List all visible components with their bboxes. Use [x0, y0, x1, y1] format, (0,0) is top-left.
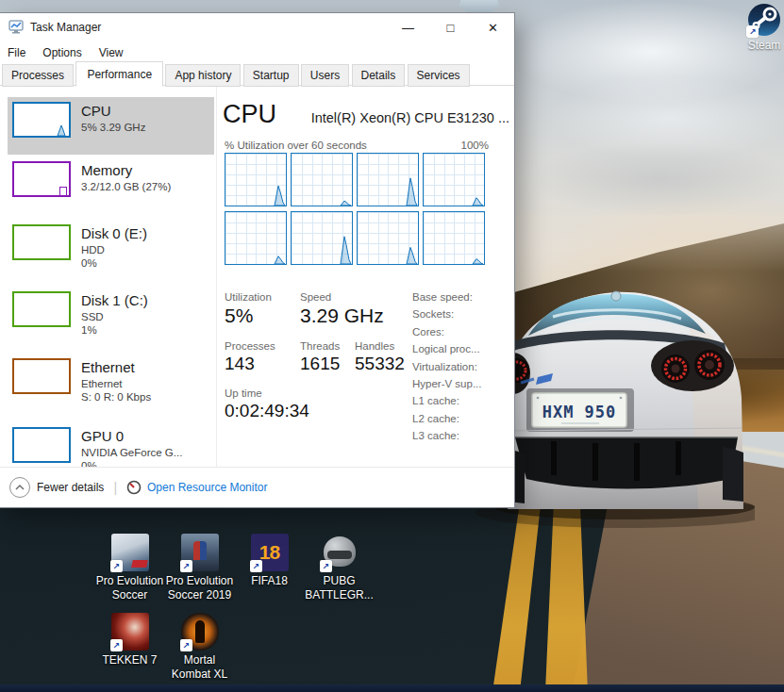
minimize-button[interactable]: —: [387, 13, 429, 41]
menu-options[interactable]: Options: [34, 44, 90, 61]
sidebar-item-disk0[interactable]: Disk 0 (E:) HDD 0%: [0, 220, 214, 285]
tab-services[interactable]: Services: [408, 64, 470, 87]
uptime-value: 0:02:49:34: [225, 401, 309, 421]
handles-label: Handles: [355, 340, 394, 352]
desktop-icon-fifa18[interactable]: 18 ↗ FIFA18: [234, 534, 305, 588]
desktop-icon-label: TEKKEN 7: [102, 653, 157, 667]
info-label: Virtualization:: [412, 361, 511, 378]
taskbar[interactable]: [0, 684, 784, 692]
tab-startup[interactable]: Startup: [243, 64, 299, 87]
sidebar-item-disk1[interactable]: Disk 1 (C:) SSD 1%: [0, 287, 214, 352]
desktop-icon-steam[interactable]: ↗ Steam: [737, 3, 784, 52]
core-graph[interactable]: [423, 211, 485, 265]
info-label: L2 cache:: [412, 413, 511, 430]
sidebar-item-name: GPU 0: [81, 427, 182, 446]
maximize-button[interactable]: □: [429, 13, 472, 41]
chevron-up-icon[interactable]: [9, 477, 30, 498]
tab-details[interactable]: Details: [352, 64, 406, 87]
core-graph[interactable]: [225, 153, 287, 206]
desktop-icon-label: Mortal Kombat XL: [164, 653, 235, 681]
footer-separator: |: [113, 480, 117, 495]
tab-strip: Processes Performance App history Startu…: [0, 63, 514, 86]
cpu-thumbnail: [12, 102, 71, 138]
core-graph[interactable]: [291, 153, 353, 206]
desktop-icon-label: Pro Evolution Soccer 2019: [164, 574, 235, 601]
close-button[interactable]: ✕: [472, 13, 514, 41]
tab-processes[interactable]: Processes: [2, 64, 74, 87]
sidebar-item-sub: Ethernet: [81, 377, 151, 391]
shortcut-arrow-icon: ↗: [180, 639, 192, 651]
sidebar-item-sub: 5% 3.29 GHz: [81, 121, 145, 135]
sidebar-item-name: Disk 1 (C:): [81, 291, 148, 310]
cpu-info-panel: Base speed: Sockets: Cores: Logical proc…: [412, 291, 511, 448]
sidebar-item-sub: 0%: [81, 256, 147, 271]
desktop-icon-tekken7[interactable]: ↗ TEKKEN 7: [94, 613, 165, 667]
info-label: Base speed:: [412, 291, 511, 308]
gpu-thumbnail: [12, 427, 71, 463]
open-resource-monitor-link[interactable]: Open Resource Monitor: [126, 480, 267, 495]
desktop-icon-label: FIFA18: [251, 574, 288, 588]
info-label: L1 cache:: [412, 395, 511, 412]
core-graph[interactable]: [291, 211, 353, 265]
utilization-label: Utilization: [225, 291, 272, 303]
fewer-details-button[interactable]: Fewer details: [37, 481, 104, 494]
sidebar-item-sub: NVIDIA GeForce G...: [81, 446, 182, 460]
tab-users[interactable]: Users: [301, 64, 349, 87]
sidebar-item-name: Disk 0 (E:): [81, 224, 147, 243]
title-bar[interactable]: Task Manager — □ ✕: [0, 13, 514, 41]
menu-view[interactable]: View: [91, 44, 132, 61]
speed-label: Speed: [300, 291, 331, 303]
threads-label: Threads: [300, 340, 340, 352]
core-graph[interactable]: [225, 211, 287, 265]
performance-sidebar: CPU 5% 3.29 GHz Memory 3.2/12.0 GB (27%): [0, 86, 217, 468]
handles-value: 55332: [355, 354, 405, 374]
sidebar-item-name: Memory: [81, 161, 171, 180]
speed-value: 3.29 GHz: [300, 305, 384, 327]
shortcut-arrow-icon: ↗: [250, 560, 262, 572]
shortcut-arrow-icon: ↗: [746, 25, 759, 38]
sidebar-item-gpu0[interactable]: GPU 0 NVIDIA GeForce G... 0%: [0, 422, 214, 468]
uptime-label: Up time: [225, 387, 262, 399]
license-plate-text: HXM 950: [542, 403, 617, 421]
graph-max-label: 100%: [461, 140, 489, 151]
desktop: HXM 950 ↗ S: [0, 0, 784, 692]
desktop-icon-label: PUBG BATTLEGR...: [304, 574, 375, 601]
info-label: L3 cache:: [412, 430, 511, 447]
desktop-icon-label: Steam: [748, 39, 781, 52]
processes-label: Processes: [225, 340, 275, 352]
sidebar-item-cpu[interactable]: CPU 5% 3.29 GHz: [8, 97, 214, 155]
window-title: Task Manager: [30, 21, 101, 34]
open-resource-monitor-label: Open Resource Monitor: [147, 481, 267, 494]
threads-value: 1615: [300, 354, 340, 374]
menu-bar: File Options View: [0, 41, 514, 63]
info-label: Cores:: [412, 326, 511, 343]
core-graph[interactable]: [423, 153, 485, 206]
graph-axis-label: % Utilization over 60 seconds: [225, 140, 367, 151]
sidebar-item-memory[interactable]: Memory 3.2/12.0 GB (27%): [0, 157, 214, 218]
shortcut-arrow-icon: ↗: [110, 560, 123, 572]
sidebar-item-sub: 1%: [81, 323, 148, 338]
desktop-icon-pes2019[interactable]: ↗ Pro Evolution Soccer 2019: [164, 534, 235, 601]
sidebar-item-sub: 3.2/12.0 GB (27%): [81, 180, 171, 194]
core-graph[interactable]: [357, 153, 419, 206]
cpu-model-name: Intel(R) Xeon(R) CPU E31230 ...: [311, 110, 509, 125]
task-manager-app-icon: [8, 20, 24, 35]
sidebar-item-sub: HDD: [81, 243, 147, 257]
core-graph[interactable]: [357, 211, 419, 265]
disk0-thumbnail: [12, 224, 71, 260]
desktop-icon-mortal-kombat-xl[interactable]: ↗ Mortal Kombat XL: [164, 613, 235, 681]
tab-app-history[interactable]: App history: [165, 64, 241, 87]
page-title: CPU: [223, 100, 276, 129]
sidebar-item-ethernet[interactable]: Ethernet Ethernet S: 0 R: 0 Kbps: [0, 354, 214, 420]
tab-performance[interactable]: Performance: [75, 61, 163, 87]
desktop-icon-label: Pro Evolution Soccer: [94, 574, 165, 601]
disk1-thumbnail: [12, 291, 71, 327]
shortcut-arrow-icon: ↗: [110, 639, 123, 651]
per-core-utilization-graphs[interactable]: [225, 153, 485, 265]
menu-file[interactable]: File: [8, 44, 34, 61]
desktop-icon-pes[interactable]: ↗ Pro Evolution Soccer: [94, 534, 165, 601]
processes-value: 143: [225, 354, 255, 374]
info-label: Hyper-V sup...: [412, 378, 511, 395]
desktop-icon-pubg[interactable]: ↗ PUBG BATTLEGR...: [304, 534, 375, 601]
info-label: Logical proc...: [412, 343, 511, 360]
